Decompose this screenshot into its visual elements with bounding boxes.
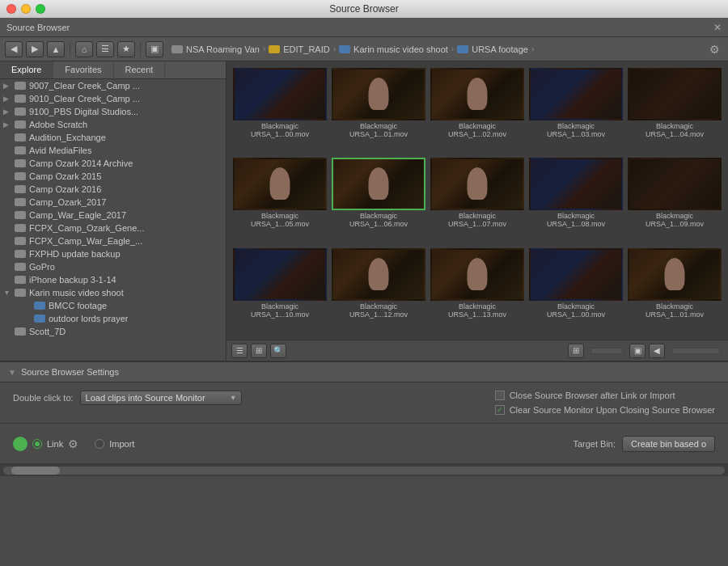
list-item[interactable]: BlackmagicURSA_1...01.mov [332, 68, 425, 153]
main-area: Explore Favorites Recent ▶ 9007_Clear Cr… [0, 61, 728, 361]
tree-arrow-icon: ▶ [3, 172, 13, 180]
tree-item-label: Avid MediaFiles [29, 146, 91, 155]
list-item[interactable]: BlackmagicURSA_1...06.mov [332, 158, 425, 243]
tree-item-label: FCPX_Camp_Ozark_Gene... [29, 223, 144, 233]
list-item[interactable]: ▶ FCPX_Camp_Ozark_Gene... [0, 222, 226, 234]
scrollbar-thumb[interactable] [11, 467, 60, 475]
list-item[interactable]: BlackmagicURSA_1...13.mov [430, 248, 524, 333]
settings-gear-button[interactable]: ⚙ [705, 41, 723, 57]
tab-explore[interactable]: Explore [0, 61, 53, 78]
list-item[interactable]: ▼ Karin music video shoot [0, 286, 226, 299]
tree-arrow-icon: ▶ [23, 302, 32, 310]
list-item[interactable]: ▶ 9100_PBS Digital Studios... [0, 105, 226, 118]
list-item[interactable]: ▶ 9010_Clear Creek_Camp ... [0, 92, 226, 105]
tab-favorites[interactable]: Favorites [53, 61, 113, 78]
import-radio-button[interactable] [95, 439, 104, 449]
link-settings-gear-icon[interactable]: ⚙ [68, 437, 78, 450]
settings-body: Double click to: Load clips into Source … [0, 382, 728, 423]
list-item[interactable]: BlackmagicURSA_1...04.mov [628, 68, 722, 153]
search-button[interactable]: 🔍 [270, 344, 286, 358]
zoom-slider[interactable] [590, 348, 623, 354]
clear-monitor-checkbox[interactable]: ✓ [495, 405, 505, 415]
minimize-button[interactable] [21, 4, 31, 14]
list-item[interactable]: BlackmagicURSA_1...09.mov [628, 158, 722, 243]
home-button[interactable]: ⌂ [75, 41, 93, 57]
grid-view-icon-button[interactable]: ⊞ [251, 344, 267, 358]
list-item[interactable]: BlackmagicURSA_1...08.mov [529, 158, 623, 243]
breadcrumb-item-1[interactable]: NSA Roaming Van [171, 44, 260, 54]
double-click-dropdown[interactable]: Load clips into Source Monitor [80, 391, 242, 405]
list-item[interactable]: BlackmagicURSA_1...12.mov [332, 248, 425, 333]
list-item[interactable]: BlackmagicURSA_1...07.mov [430, 158, 524, 243]
sidebar-content[interactable]: ▶ 9007_Clear Creek_Camp ... ▶ 9010_Clear… [0, 79, 226, 361]
list-item[interactable]: BlackmagicURSA_1...05.mov [233, 158, 327, 243]
list-item[interactable]: BlackmagicURSA_1...00.mov [233, 68, 327, 153]
tree-item-label: Camp_Ozark_2017 [29, 197, 106, 207]
thumbnail-label: BlackmagicURSA_1...00.mov [529, 302, 623, 319]
favorites-button[interactable]: ★ [117, 41, 135, 57]
target-bin-label: Target Bin: [573, 439, 616, 449]
list-item[interactable]: ▶ Camp_War_Eagle_2017 [0, 209, 226, 222]
list-item[interactable]: ▶ iPhone backup 3-1-14 [0, 273, 226, 286]
list-item[interactable]: ▶ Camp Ozark 2014 Archive [0, 157, 226, 170]
thumbnail-label: BlackmagicURSA_1...09.mov [628, 212, 722, 228]
list-item[interactable]: ▶ Avid MediaFiles [0, 144, 226, 157]
list-item[interactable]: ▶ GoPro [0, 260, 226, 273]
list-item[interactable]: ▶ Adobe Scratch [0, 118, 226, 131]
tree-item-label: Camp Ozark 2015 [29, 171, 101, 181]
panel-btn[interactable]: ▣ [629, 344, 645, 358]
list-item[interactable]: ▶ Camp Ozark 2015 [0, 170, 226, 183]
list-item[interactable]: ▶ BMCC footage [0, 299, 226, 312]
thumbnail-label: BlackmagicURSA_1...00.mov [233, 122, 327, 138]
horizontal-scrollbar[interactable] [3, 467, 725, 475]
list-item[interactable]: BlackmagicURSA_1...10.mov [233, 248, 327, 333]
back-button[interactable]: ◀ [5, 41, 23, 57]
close-button[interactable] [6, 4, 16, 14]
tree-item-label: 9007_Clear Creek_Camp ... [29, 81, 140, 91]
folder-icon [15, 237, 26, 245]
list-item[interactable]: ▶ outdoor lords prayer [0, 312, 226, 325]
tab-recent[interactable]: Recent [114, 61, 166, 78]
list-view-button[interactable]: ☰ [96, 41, 114, 57]
breadcrumb-arrow-3: › [451, 44, 454, 53]
folder-icon [15, 263, 26, 271]
breadcrumb-item-4[interactable]: URSA footage [457, 44, 528, 54]
list-item[interactable]: ▶ Camp_Ozark_2017 [0, 196, 226, 209]
list-item[interactable]: ▶ Camp Ozark 2016 [0, 183, 226, 196]
list-item[interactable]: BlackmagicURSA_1...01.mov [628, 248, 722, 333]
window-controls[interactable] [6, 4, 45, 14]
up-button[interactable]: ▲ [47, 41, 65, 57]
list-view-icon-button[interactable]: ☰ [231, 344, 248, 358]
source-button[interactable]: ▣ [146, 41, 163, 57]
scroll-bar[interactable] [671, 348, 720, 354]
create-bin-button[interactable]: Create bin based o [622, 436, 715, 452]
forward-button[interactable]: ▶ [26, 41, 44, 57]
list-item[interactable]: BlackmagicURSA_1...03.mov [529, 68, 623, 153]
list-item[interactable]: BlackmagicURSA_1...00.mov [529, 248, 623, 333]
breadcrumb-item-2[interactable]: EDIT_RAID [269, 44, 329, 54]
tree-arrow-icon: ▶ [3, 224, 13, 232]
list-item[interactable]: ▶ 9007_Clear Creek_Camp ... [0, 79, 226, 92]
tree-arrow-icon: ▶ [3, 185, 13, 193]
grid-btn-2[interactable]: ⊞ [568, 344, 584, 358]
folder-icon [15, 276, 26, 284]
settings-header[interactable]: ▼ Source Browser Settings [0, 362, 728, 382]
tree-item-label: Audition_Exchange [29, 133, 106, 142]
link-radio-button[interactable] [32, 439, 42, 449]
list-item[interactable]: ▶ FXPHD update backup [0, 247, 226, 260]
tree-arrow-icon: ▶ [3, 263, 13, 271]
breadcrumb-item-3[interactable]: Karin music video shoot [339, 44, 448, 54]
maximize-button[interactable] [36, 4, 45, 14]
folder-icon [15, 185, 26, 193]
list-item[interactable]: ▶ Audition_Exchange [0, 131, 226, 144]
panel-close-button[interactable]: ✕ [713, 22, 722, 33]
nav-left-button[interactable]: ◀ [649, 344, 665, 358]
list-item[interactable]: ▶ FCPX_Camp_War_Eagle_... [0, 234, 226, 247]
breadcrumb-icon-2 [269, 45, 280, 53]
bottom-scroll-bar[interactable] [0, 463, 728, 476]
list-item[interactable]: ▶ Scott_7D [0, 325, 226, 338]
list-item[interactable]: BlackmagicURSA_1...02.mov [430, 68, 524, 153]
tree-item-label: FCPX_Camp_War_Eagle_... [29, 236, 142, 246]
tree-item-label: Camp Ozark 2016 [29, 184, 101, 194]
close-browser-checkbox[interactable] [495, 391, 505, 400]
